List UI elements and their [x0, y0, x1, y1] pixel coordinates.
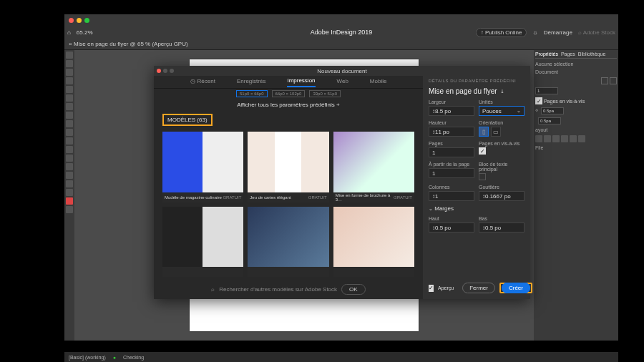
- tool-note[interactable]: [66, 163, 73, 170]
- tool-hand[interactable]: [66, 180, 73, 187]
- search-input[interactable]: ⌕ Adobe Stock: [578, 29, 615, 36]
- layout-label: ayout: [535, 127, 617, 132]
- template-0[interactable]: Modèle de magazine culinaireGRATUIT: [162, 132, 243, 202]
- tool-frame[interactable]: [66, 129, 73, 136]
- tool-zoom[interactable]: [66, 189, 73, 196]
- preset-2[interactable]: 33p0 × 51p0: [309, 90, 341, 97]
- facing-label: Pages en vis-à-vis: [544, 99, 585, 104]
- align-4[interactable]: [561, 135, 568, 142]
- tab-print[interactable]: Impression: [287, 77, 315, 87]
- align-1[interactable]: [535, 135, 542, 142]
- stock-search-input[interactable]: Rechercher d'autres modèles sur Adobe St…: [219, 286, 337, 293]
- template-2[interactable]: Mise en forme de brochure à 3…GRATUIT: [333, 132, 414, 202]
- tool-type[interactable]: [66, 86, 73, 93]
- tool-rect[interactable]: [66, 120, 73, 127]
- units-select[interactable]: Pouces⌄: [479, 106, 525, 116]
- frame-label: Bloc de texte principal: [479, 162, 525, 172]
- tool-scissors[interactable]: [66, 137, 73, 145]
- max-dot[interactable]: [84, 18, 89, 23]
- tool-transform[interactable]: [66, 146, 73, 153]
- min-dot[interactable]: [77, 18, 82, 23]
- tab-properties[interactable]: Propriétés: [535, 52, 558, 57]
- cols-input[interactable]: ↕ 1: [429, 191, 474, 201]
- bottom-input[interactable]: ↕ 0.5 po: [479, 222, 525, 233]
- tab-mobile[interactable]: Mobile: [370, 78, 387, 87]
- preview-checkbox[interactable]: ✓: [429, 285, 434, 292]
- bottom-label: Bas: [479, 216, 525, 221]
- tool-direct[interactable]: [66, 60, 73, 67]
- tools-left-a: [64, 50, 74, 341]
- gutter-input[interactable]: ↕ 0.1667 po: [479, 191, 525, 201]
- orient-landscape[interactable]: ▭: [491, 127, 501, 137]
- dialog-close-dot[interactable]: [157, 69, 161, 73]
- workspace-menu[interactable]: Démarrage: [544, 29, 572, 36]
- tool-pencil[interactable]: [66, 112, 73, 119]
- margins-toggle[interactable]: ⌄ Marges: [429, 205, 525, 212]
- close-button[interactable]: Fermer: [462, 283, 495, 293]
- pages-input[interactable]: 1: [429, 147, 474, 157]
- dialog-right: DÉTAILS DU PARAMÈTRE PRÉDÉFINI Mise en p…: [423, 66, 530, 299]
- align-6[interactable]: [578, 135, 585, 142]
- status-checking[interactable]: Checking: [123, 355, 144, 360]
- start-input[interactable]: 1: [429, 168, 474, 178]
- preset-1[interactable]: 66p0 × 102p0: [272, 90, 306, 97]
- align-5[interactable]: [570, 135, 577, 142]
- preset-0[interactable]: 51p0 × 66p0: [236, 90, 268, 97]
- titlebar: [64, 14, 618, 26]
- link-icon[interactable]: ⟐: [535, 107, 538, 114]
- frame-checkbox[interactable]: [479, 173, 486, 180]
- templates-grid: Modèle de magazine culinaireGRATUIT Jeu …: [154, 129, 423, 280]
- orient-portrait[interactable]: ▯: [479, 127, 489, 137]
- template-4[interactable]: [248, 207, 328, 278]
- tool-gradient[interactable]: [66, 155, 73, 162]
- width-input[interactable]: ↕ 8.5 po: [429, 106, 474, 116]
- template-1[interactable]: Jeu de cartes élégantGRATUIT: [248, 132, 328, 202]
- tab-saved[interactable]: Enregistrés: [237, 78, 265, 87]
- tab-library[interactable]: Bibliothèque: [578, 52, 606, 57]
- facing-checkbox[interactable]: ✓: [479, 147, 486, 155]
- tool-gap[interactable]: [66, 77, 73, 84]
- page-icon-b[interactable]: [610, 77, 617, 84]
- w-field[interactable]: 0.5pa: [541, 107, 564, 114]
- top-label: Haut: [429, 216, 474, 221]
- tab-recent[interactable]: ◷Récent: [190, 78, 215, 87]
- publish-button[interactable]: ↑ Publish Online: [476, 28, 527, 37]
- tool-selection[interactable]: [66, 52, 73, 59]
- ok-button[interactable]: OK: [341, 284, 366, 295]
- tool-eyedrop[interactable]: [66, 172, 73, 179]
- facing-check[interactable]: ✓: [535, 97, 542, 104]
- height-input[interactable]: ↕ 11 po: [429, 127, 474, 137]
- dialog-titlebar: Nouveau document: [154, 66, 530, 76]
- tpl-name: Modèle de magazine culinaire: [165, 195, 222, 200]
- status-basic[interactable]: [Basic] (working): [69, 355, 106, 360]
- home-icon[interactable]: ⌂: [67, 29, 71, 36]
- close-dot[interactable]: [69, 18, 74, 23]
- tpl-price: GRATUIT: [394, 195, 412, 200]
- start-label: À partir de la page: [429, 162, 474, 167]
- tool-pen[interactable]: [66, 103, 73, 110]
- zoom-level[interactable]: 65.2%: [77, 29, 93, 36]
- create-button[interactable]: Créer: [502, 283, 530, 293]
- models-header: MODÈLES (63): [162, 114, 213, 126]
- dialog-min-dot: [163, 69, 167, 73]
- tab-web[interactable]: Web: [337, 78, 348, 87]
- align-2[interactable]: [544, 135, 551, 142]
- tool-line[interactable]: [66, 94, 73, 102]
- template-3[interactable]: [162, 207, 243, 278]
- template-5[interactable]: [333, 207, 414, 278]
- tool-stroke[interactable]: [66, 206, 73, 213]
- document-tab[interactable]: × Mise en page du flyer @ 65 % (Aperçu G…: [64, 39, 618, 50]
- pages-count[interactable]: 1: [535, 87, 558, 94]
- file-label: File: [535, 145, 617, 150]
- tool-fill[interactable]: [66, 197, 73, 205]
- download-icon[interactable]: ⤓: [500, 89, 504, 94]
- top-input[interactable]: ↕ 0.5 po: [429, 222, 474, 233]
- page-icon-a[interactable]: [601, 77, 608, 84]
- align-3[interactable]: [552, 135, 560, 142]
- tab-pages[interactable]: Pages: [561, 52, 575, 57]
- h-field[interactable]: 0.5pa: [538, 117, 561, 124]
- view-all-presets[interactable]: Afficher tous les paramètres prédéfinis …: [154, 99, 423, 111]
- brightness-icon[interactable]: ☼: [532, 29, 537, 36]
- tool-page[interactable]: [66, 69, 73, 76]
- preset-name[interactable]: Mise en page du flyer: [429, 87, 497, 95]
